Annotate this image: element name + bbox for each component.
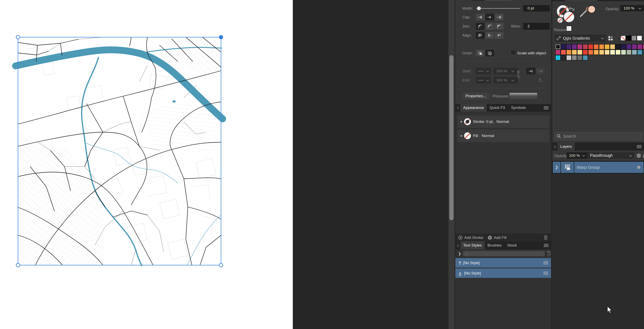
style-filter-field[interactable]: ...: [463, 251, 545, 256]
palette-swatch[interactable]: [642, 49, 644, 55]
align-outside-button[interactable]: [495, 32, 504, 39]
end-size-dropdown[interactable]: 100 %: [493, 77, 518, 83]
align-center-button[interactable]: [485, 32, 494, 39]
palette-swatch[interactable]: [566, 55, 572, 60]
palette-swatch[interactable]: [577, 55, 582, 60]
palette-swatch[interactable]: [594, 49, 599, 55]
tab-appearance[interactable]: Appearance: [460, 104, 487, 112]
tab-stock[interactable]: Stock: [504, 241, 520, 249]
palette-swatch[interactable]: [637, 49, 642, 55]
palette-swatch[interactable]: [561, 55, 566, 60]
appearance-bullet[interactable]: [460, 135, 462, 137]
opacity-dropdown[interactable]: 100 %: [620, 5, 644, 11]
text-style-row-paragraph[interactable]: ¶ [No Style]: [455, 258, 551, 268]
palette-swatch[interactable]: [577, 44, 582, 49]
text-style-row-character[interactable]: a [No Style]: [455, 268, 551, 278]
vertical-scrollbar-thumb[interactable]: [449, 55, 454, 220]
width-slider-knob[interactable]: [477, 6, 481, 10]
add-fill-button[interactable]: Add Fill: [488, 235, 506, 240]
appearance-row-stroke[interactable]: Stroke: 0 pt, Normal: [457, 115, 549, 128]
palette-swatch[interactable]: [599, 49, 604, 55]
palette-swatch[interactable]: [610, 49, 615, 55]
palette-swatch[interactable]: [599, 44, 604, 49]
palette-swatch[interactable]: [632, 44, 637, 49]
tab-quick-fx[interactable]: Quick FX: [487, 104, 508, 112]
layers-search-input[interactable]: Search: [554, 132, 642, 140]
palette-swatch[interactable]: [626, 44, 632, 49]
palette-swatch[interactable]: [577, 49, 582, 55]
palette-swatch[interactable]: [604, 49, 610, 55]
cap-square-button[interactable]: [495, 14, 504, 20]
palette-swatch[interactable]: [582, 44, 588, 49]
pressure-profile-field[interactable]: [510, 93, 537, 99]
cap-butt-button[interactable]: [485, 14, 494, 20]
order-back-button[interactable]: [485, 50, 494, 56]
panel-grip[interactable]: ||: [455, 244, 460, 249]
layer-row-warp-group[interactable]: ❯ Warp Group: [552, 161, 644, 173]
width-input[interactable]: 0 pt: [523, 5, 550, 11]
start-size-dropdown[interactable]: 100 %: [493, 68, 518, 74]
palette-swatch[interactable]: [555, 44, 561, 49]
picked-color-swatch[interactable]: [587, 5, 596, 14]
palette-swatch[interactable]: [572, 44, 577, 49]
panel-menu-icon[interactable]: [637, 145, 642, 148]
palette-swatch[interactable]: [615, 49, 621, 55]
layer-lock-icon[interactable]: [642, 153, 644, 158]
tab-text-styles[interactable]: Text Styles: [460, 241, 485, 249]
palette-swatch[interactable]: [561, 44, 566, 49]
add-swatch-icon[interactable]: [608, 35, 614, 41]
appearance-bullet[interactable]: [460, 121, 462, 122]
palette-swatch[interactable]: [637, 44, 642, 49]
panel-grip[interactable]: ||: [552, 145, 558, 151]
order-front-button[interactable]: [476, 50, 485, 56]
palette-swatch[interactable]: [621, 49, 626, 55]
swatch-preset[interactable]: [626, 35, 631, 41]
arrow-align-end-button[interactable]: [536, 68, 545, 74]
properties-button[interactable]: Properties...: [462, 93, 489, 99]
join-round-button[interactable]: [476, 23, 485, 30]
palette-swatch[interactable]: [626, 49, 632, 55]
stroke-fill-indicator[interactable]: [555, 4, 578, 24]
panel-menu-icon[interactable]: [544, 244, 548, 247]
blend-mode-dropdown[interactable]: Passthrough: [587, 152, 634, 159]
swatch-none[interactable]: [620, 35, 626, 41]
detach-text-style-icon[interactable]: T: [546, 251, 550, 257]
panel-grip[interactable]: ||: [455, 106, 460, 112]
panel-divider[interactable]: [551, 0, 552, 329]
add-stroke-button[interactable]: Add Stroke: [458, 235, 483, 240]
palette-swatch[interactable]: [615, 44, 621, 49]
appearance-row-fill[interactable]: Fill: Normal: [457, 130, 549, 142]
palette-swatch[interactable]: [588, 44, 594, 49]
palette-swatch[interactable]: [642, 44, 644, 49]
palette-swatch[interactable]: [604, 44, 610, 49]
cap-round-button[interactable]: [476, 14, 485, 20]
panel-menu-icon[interactable]: [544, 106, 548, 109]
tab-brushes[interactable]: Brushes: [485, 241, 504, 249]
arrow-align-start-button[interactable]: [526, 68, 536, 74]
layer-settings-gear-icon[interactable]: [636, 153, 641, 158]
palette-swatch[interactable]: [621, 44, 626, 49]
palette-swatch[interactable]: [572, 55, 577, 60]
pasteboard[interactable]: [293, 0, 448, 329]
palette-swatch[interactable]: [582, 55, 588, 60]
swatch-preset[interactable]: [637, 35, 642, 41]
tab-layers[interactable]: Layers: [558, 142, 575, 151]
trash-icon[interactable]: [544, 235, 548, 240]
width-slider-track[interactable]: [476, 8, 520, 9]
palette-dropdown[interactable]: Qgis Gradients: [554, 34, 606, 42]
align-inside-button[interactable]: [476, 32, 485, 39]
palette-swatch[interactable]: [582, 49, 588, 55]
palette-swatch[interactable]: [566, 49, 572, 55]
palette-swatch[interactable]: [594, 44, 599, 49]
swatch-preset[interactable]: [631, 35, 637, 41]
palette-swatch[interactable]: [572, 49, 577, 55]
palette-swatch[interactable]: [566, 44, 572, 49]
palette-swatch[interactable]: [632, 49, 637, 55]
palette-swatch[interactable]: [610, 44, 615, 49]
tab-symbols[interactable]: Symbols: [508, 104, 528, 112]
start-style-dropdown[interactable]: [476, 68, 491, 74]
fill-none-swatch[interactable]: [464, 132, 471, 140]
layer-expand-arrow[interactable]: ❯: [553, 162, 561, 173]
swap-start-end-button[interactable]: [536, 77, 545, 83]
scale-with-object-checkbox[interactable]: [511, 50, 516, 54]
